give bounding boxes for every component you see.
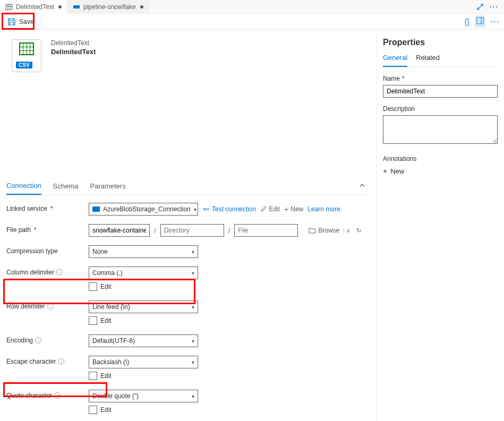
tab-schema[interactable]: Schema xyxy=(53,178,79,194)
table-icon xyxy=(5,3,13,11)
row-column-delimiter: Column delimiteri Comma (,)▾ xyxy=(6,267,370,280)
quote-edit-checkbox[interactable] xyxy=(89,406,97,414)
browse-more-button[interactable]: ∨ xyxy=(344,228,352,234)
section-tabs: Connection Schema Parameters xyxy=(6,177,370,195)
tab-parameters[interactable]: Parameters xyxy=(90,178,125,194)
edit-label: Edit xyxy=(100,317,112,324)
edit-linked-service-button[interactable]: Edit xyxy=(260,205,280,213)
save-button[interactable]: Save xyxy=(2,16,39,28)
row-encoding: Encodingi Default(UTF-8)▾ xyxy=(6,334,370,348)
new-linked-service-button[interactable]: + New xyxy=(284,205,303,213)
more-icon[interactable]: ··· xyxy=(490,3,499,11)
linked-service-select[interactable]: AzureBlobStorage_Connection ▾ xyxy=(89,203,198,216)
linked-service-label: Linked service* xyxy=(6,203,89,212)
encoding-label: Encodingi xyxy=(6,334,89,344)
chevron-down-icon: ▾ xyxy=(192,338,194,344)
dataset-type: DelimitedText xyxy=(51,39,96,47)
info-icon[interactable]: i xyxy=(56,269,63,276)
dirty-indicator-icon xyxy=(58,5,62,8)
row-delimiter-label: Row delimiteri xyxy=(6,300,89,310)
info-icon[interactable]: i xyxy=(35,337,41,343)
quote-select[interactable]: Double quote (")▾ xyxy=(89,390,198,402)
file-input[interactable] xyxy=(234,224,298,237)
edit-label: Edit xyxy=(100,372,112,380)
editor-pane: CSV DelimitedText DelimitedText Connecti… xyxy=(0,30,377,421)
column-delimiter-edit-row: Edit xyxy=(89,282,370,291)
test-connection-button[interactable]: Test connection xyxy=(202,205,256,213)
connection-form: Linked service* AzureBlobStorage_Connect… xyxy=(0,195,376,421)
row-quote: Quote characteri Double quote (")▾ xyxy=(6,390,370,403)
tab-connection[interactable]: Connection xyxy=(6,177,41,195)
more-icon[interactable]: ··· xyxy=(491,18,500,25)
quote-edit-row: Edit xyxy=(89,406,370,414)
props-tab-general[interactable]: General xyxy=(383,54,407,67)
chevron-down-icon: ▾ xyxy=(194,207,197,212)
chevron-down-icon: ▾ xyxy=(192,304,194,310)
add-annotation-button[interactable]: + New xyxy=(383,167,498,175)
info-icon[interactable]: i xyxy=(47,303,54,310)
csv-file-icon: CSV xyxy=(12,39,41,72)
plus-icon: + xyxy=(284,205,288,213)
expand-icon[interactable] xyxy=(476,3,484,11)
info-icon[interactable]: i xyxy=(58,358,64,365)
edit-label: Edit xyxy=(100,406,112,414)
properties-pane: Properties General Related Name* Descrip… xyxy=(377,30,504,421)
dataset-names: DelimitedText DelimitedText xyxy=(51,39,96,56)
dataset-header: CSV DelimitedText DelimitedText xyxy=(0,30,376,76)
code-icon[interactable]: {} xyxy=(465,18,469,26)
chevron-down-icon: ▾ xyxy=(192,359,194,365)
chevron-down-icon: ▾ xyxy=(192,270,194,276)
row-escape: Escape characteri Backslash (\)▾ xyxy=(6,356,370,370)
tab-delimitedtext[interactable]: DelimitedText xyxy=(0,0,67,14)
learn-more-link[interactable]: Learn more xyxy=(307,205,340,213)
info-icon[interactable]: i xyxy=(54,392,61,399)
new-annotation-label: New xyxy=(390,167,404,175)
svg-rect-5 xyxy=(477,18,483,24)
svg-rect-4 xyxy=(73,5,80,8)
properties-icon xyxy=(476,17,484,24)
collapse-section-button[interactable] xyxy=(355,178,370,194)
compression-select[interactable]: None▾ xyxy=(89,245,198,258)
refresh-icon[interactable]: ↻ xyxy=(356,227,361,234)
coldelim-edit-checkbox[interactable] xyxy=(89,282,97,291)
csv-badge: CSV xyxy=(16,62,32,68)
description-input[interactable] xyxy=(383,115,498,144)
escape-label: Escape characteri xyxy=(6,356,89,365)
rowdelim-edit-checkbox[interactable] xyxy=(89,316,97,325)
dirty-indicator-icon xyxy=(140,5,143,8)
row-row-delimiter: Row delimiteri Line feed (\n)▾ xyxy=(6,300,370,314)
tab-label: DelimitedText xyxy=(16,3,54,11)
compression-label: Compression type xyxy=(6,245,89,255)
escape-select[interactable]: Backslash (\)▾ xyxy=(89,356,198,368)
props-tab-related[interactable]: Related xyxy=(416,54,440,67)
svg-rect-0 xyxy=(6,4,12,10)
chevron-down-icon: ▾ xyxy=(192,249,194,255)
properties-title: Properties xyxy=(383,38,498,47)
encoding-select[interactable]: Default(UTF-8)▾ xyxy=(89,334,198,347)
edit-label: Edit xyxy=(100,283,112,290)
path-sep: / xyxy=(154,227,156,235)
directory-input[interactable] xyxy=(160,224,224,237)
path-sep: / xyxy=(228,227,230,235)
row-linked-service: Linked service* AzureBlobStorage_Connect… xyxy=(6,203,370,217)
chevron-down-icon: ▾ xyxy=(192,393,194,399)
properties-toggle-button[interactable] xyxy=(475,15,485,28)
tabs-right-actions: ··· xyxy=(476,3,504,11)
tab-pipeline-snowflake[interactable]: pipeline-snowflake xyxy=(67,0,149,14)
toolbar: Save {} ··· xyxy=(0,14,504,30)
main-area: CSV DelimitedText DelimitedText Connecti… xyxy=(0,30,504,421)
container-input[interactable] xyxy=(89,224,150,237)
description-field-label: Description xyxy=(383,105,498,113)
plus-icon: + xyxy=(383,167,387,175)
name-input[interactable] xyxy=(383,85,498,98)
escape-edit-row: Edit xyxy=(89,372,370,380)
properties-tabs: General Related xyxy=(383,54,498,67)
toolbar-right: {} ··· xyxy=(465,15,504,28)
column-delimiter-select[interactable]: Comma (,)▾ xyxy=(89,267,198,279)
column-delimiter-label: Column delimiteri xyxy=(6,267,89,276)
browse-button[interactable]: Browse xyxy=(309,227,339,234)
chevron-up-icon xyxy=(359,182,365,188)
escape-edit-checkbox[interactable] xyxy=(89,372,97,380)
row-compression: Compression type None▾ xyxy=(6,245,370,259)
row-delimiter-select[interactable]: Line feed (\n)▾ xyxy=(89,300,198,313)
